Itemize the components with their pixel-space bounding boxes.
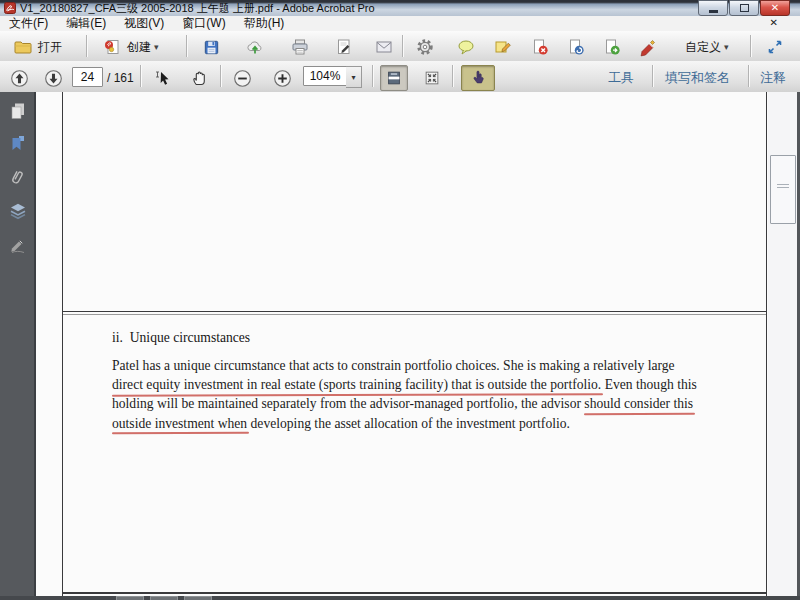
previous-page-button[interactable] xyxy=(6,65,32,91)
restore-icon xyxy=(740,4,749,12)
zoom-in-icon xyxy=(273,69,292,88)
minimize-button[interactable] xyxy=(698,0,728,16)
layers-icon xyxy=(8,201,28,221)
attachments-icon xyxy=(8,167,28,187)
menu-help[interactable]: 帮助(H) xyxy=(235,16,294,31)
print-icon xyxy=(290,37,310,57)
sticky-note-button[interactable] xyxy=(489,34,517,60)
bottom-edge-strip xyxy=(0,596,800,600)
minimize-icon xyxy=(709,10,718,13)
next-page-icon xyxy=(44,69,63,88)
next-page-button[interactable] xyxy=(40,65,66,91)
page-number-input[interactable]: 24 xyxy=(72,67,103,87)
section-heading: ii. Unique circumstances xyxy=(112,330,250,346)
title-bar: V1_20180827_CFA三级 2005-2018 上午题 上册.pdf -… xyxy=(0,0,800,16)
preferences-button[interactable] xyxy=(411,34,439,60)
bookmarks-icon xyxy=(8,133,28,153)
menu-view[interactable]: 视图(V) xyxy=(115,16,173,31)
zoom-out-button[interactable] xyxy=(228,65,256,91)
paragraph-line: Patel has a unique circumstance that act… xyxy=(112,356,697,375)
tools-panel-button[interactable]: 工具 xyxy=(608,69,634,87)
taskbar-fragment xyxy=(184,596,212,600)
red-underlined-text: direct equity investment in real estate … xyxy=(112,377,601,392)
sign-document-button[interactable] xyxy=(330,34,358,60)
comment-button[interactable] xyxy=(452,34,480,60)
sidebar-item-signatures[interactable] xyxy=(7,234,29,256)
window-controls: ✕ xyxy=(698,0,790,16)
sidebar-item-bookmarks[interactable] xyxy=(7,132,29,154)
document-viewport[interactable] xyxy=(36,92,797,600)
hand-tool-icon xyxy=(190,68,210,88)
document-close-icon[interactable]: ✕ xyxy=(770,17,778,28)
comment-panel-button[interactable]: 注释 xyxy=(760,69,786,87)
fit-page-button[interactable] xyxy=(418,65,446,91)
page-thumbnails-icon xyxy=(8,101,28,121)
cloud-upload-icon xyxy=(245,37,265,57)
text-segment: Patel has a unique circumstance that act… xyxy=(112,358,675,373)
touch-mode-button[interactable] xyxy=(461,65,495,91)
create-button[interactable]: 创建 ▾ xyxy=(95,34,166,60)
separator xyxy=(652,65,653,87)
hand-tool-button[interactable] xyxy=(186,65,214,91)
section-divider-shadow xyxy=(63,314,766,315)
print-button[interactable] xyxy=(286,34,314,60)
page-actions-button[interactable] xyxy=(562,34,590,60)
window-title: V1_20180827_CFA三级 2005-2018 上午题 上册.pdf -… xyxy=(20,1,375,16)
save-icon xyxy=(202,38,221,57)
red-underlined-text: should consider this xyxy=(584,396,693,411)
expand-toolbar-button[interactable] xyxy=(760,34,790,60)
red-underlined-text: outside investment when xyxy=(112,416,247,431)
comment-bubble-icon xyxy=(456,37,476,57)
touch-mode-icon xyxy=(469,69,487,87)
sidebar-item-layers[interactable] xyxy=(7,200,29,222)
customize-label: 自定义 xyxy=(685,39,721,56)
open-label: 打开 xyxy=(38,39,62,56)
text-segment: Even though this xyxy=(601,377,697,392)
fill-sign-panel-button[interactable]: 填写和签名 xyxy=(665,69,730,87)
paragraph-line: holding will be maintained separately fr… xyxy=(112,394,697,413)
send-cloud-button[interactable] xyxy=(241,34,269,60)
taskbar-fragment xyxy=(150,596,178,600)
page-count-label: / 161 xyxy=(107,71,134,85)
expand-toolbar-icon xyxy=(765,37,785,57)
customize-button[interactable]: 自定义 ▾ xyxy=(678,34,736,60)
zoom-out-icon xyxy=(233,69,252,88)
separator xyxy=(372,65,373,87)
vertical-scrollbar-thumb[interactable] xyxy=(770,155,796,224)
zoom-level-input[interactable]: 104% xyxy=(303,66,347,86)
zoom-caret-icon: ▾ xyxy=(351,73,355,82)
page-left-border xyxy=(62,92,63,596)
open-button[interactable]: 打开 xyxy=(6,34,69,60)
sign-page-icon xyxy=(334,37,354,57)
customize-caret-icon: ▾ xyxy=(724,42,729,52)
redact-button[interactable] xyxy=(634,34,662,60)
zoom-dropdown-button[interactable]: ▾ xyxy=(346,66,362,88)
save-button[interactable] xyxy=(197,34,225,60)
menu-edit[interactable]: 编辑(E) xyxy=(57,16,115,31)
text-segment: developing the asset allocation of the i… xyxy=(247,416,570,431)
restore-button[interactable] xyxy=(729,0,759,16)
separator xyxy=(452,65,453,87)
acrobat-logo-icon xyxy=(4,2,16,14)
separator xyxy=(140,65,141,87)
bottom-divider-line xyxy=(63,592,766,594)
menu-file[interactable]: 文件(F) xyxy=(0,16,57,31)
email-button[interactable] xyxy=(370,34,398,60)
close-button[interactable]: ✕ xyxy=(760,0,790,16)
menu-window[interactable]: 窗口(W) xyxy=(173,16,234,31)
export-page-button[interactable] xyxy=(598,34,626,60)
paragraph: Patel has a unique circumstance that act… xyxy=(112,356,697,433)
close-icon: ✕ xyxy=(771,3,779,13)
separator xyxy=(86,35,87,57)
sidebar-item-attachments[interactable] xyxy=(7,166,29,188)
create-caret-icon: ▾ xyxy=(154,42,159,52)
sidebar-item-page-thumbnails[interactable] xyxy=(7,100,29,122)
select-tool-icon xyxy=(152,68,172,88)
select-tool-button[interactable] xyxy=(148,65,176,91)
delete-pages-button[interactable] xyxy=(526,34,554,60)
continuous-scroll-button[interactable] xyxy=(380,65,408,91)
zoom-in-button[interactable] xyxy=(268,65,296,91)
navigation-pane-sidebar xyxy=(0,92,36,600)
page-actions-icon xyxy=(566,37,586,57)
separator xyxy=(220,65,221,87)
